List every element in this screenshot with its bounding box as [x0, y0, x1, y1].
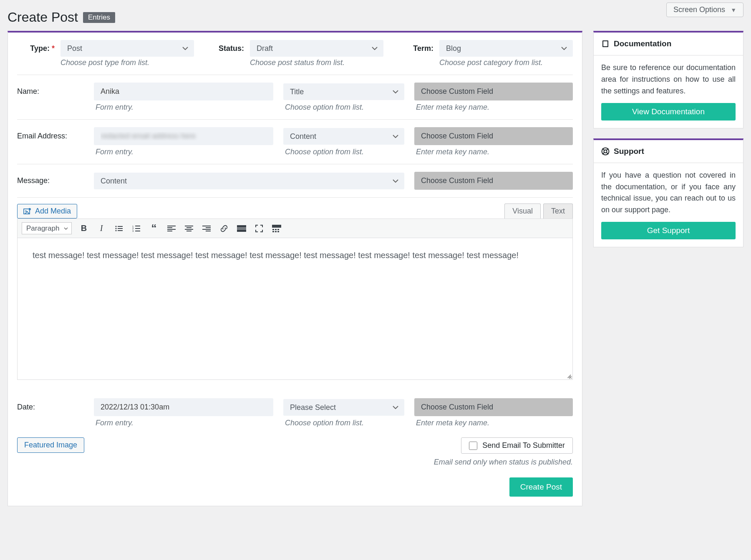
documentation-panel: Documentation Be sure to reference our d…	[593, 31, 743, 128]
chevron-down-icon: ▼	[731, 7, 736, 13]
entries-badge[interactable]: Entries	[83, 12, 115, 23]
email-hint: Email send only when status is published…	[434, 458, 573, 467]
editor-content[interactable]: test message! test message! test message…	[17, 238, 573, 380]
message-option-select[interactable]: Content	[94, 173, 404, 189]
svg-rect-33	[272, 231, 274, 232]
svg-rect-29	[272, 225, 281, 228]
status-select[interactable]: Draft	[250, 40, 383, 57]
message-custom-field[interactable]	[414, 172, 573, 190]
create-post-button[interactable]: Create Post	[509, 477, 573, 497]
status-label: Status:	[207, 44, 244, 53]
bold-icon[interactable]: B	[78, 223, 89, 234]
date-label: Date:	[17, 403, 84, 412]
paragraph-select[interactable]: Paragraph	[22, 222, 72, 234]
lifebuoy-icon	[601, 147, 610, 156]
email-custom-field[interactable]	[414, 127, 573, 145]
email-input[interactable]	[94, 127, 273, 145]
svg-rect-14	[167, 226, 176, 226]
svg-point-4	[115, 228, 116, 229]
numbered-list-icon[interactable]: 123	[131, 223, 142, 234]
send-email-input[interactable]	[469, 442, 477, 450]
svg-rect-24	[202, 229, 211, 230]
media-icon	[23, 208, 32, 215]
svg-rect-21	[186, 231, 192, 231]
add-media-button[interactable]: Add Media	[17, 204, 77, 218]
editor-toolbar: Paragraph B I 123 “	[17, 218, 573, 238]
svg-rect-27	[237, 228, 246, 229]
page-title: Create Post	[8, 10, 78, 25]
align-right-icon[interactable]	[201, 223, 212, 234]
screen-options-label: Screen Options	[673, 5, 725, 14]
date-option-select[interactable]: Please Select	[283, 399, 404, 416]
link-icon[interactable]	[219, 223, 229, 234]
svg-rect-15	[167, 227, 172, 228]
book-icon	[601, 40, 610, 48]
svg-rect-5	[118, 228, 123, 229]
readmore-icon[interactable]	[236, 223, 247, 234]
date-custom-field[interactable]	[414, 398, 573, 416]
bullet-list-icon[interactable]	[113, 223, 124, 234]
get-support-button[interactable]: Get Support	[601, 222, 736, 239]
svg-rect-20	[185, 229, 193, 230]
term-hint: Choose post category from list.	[396, 58, 573, 67]
svg-rect-30	[272, 229, 274, 230]
fullscreen-icon[interactable]	[254, 223, 265, 234]
term-label: Term:	[396, 44, 433, 53]
email-label: Email Address:	[17, 132, 84, 141]
view-documentation-button[interactable]: View Documentation	[601, 103, 736, 121]
name-input[interactable]	[94, 83, 273, 100]
svg-point-1	[25, 210, 26, 211]
quote-icon[interactable]: “	[149, 223, 159, 234]
svg-rect-34	[275, 231, 277, 232]
date-hint-3: Enter meta key name.	[414, 419, 573, 427]
svg-rect-3	[118, 226, 123, 227]
send-email-checkbox[interactable]: Send Email To Submitter	[461, 437, 573, 454]
message-label: Message:	[17, 176, 84, 185]
svg-rect-37	[603, 41, 607, 46]
svg-rect-9	[135, 226, 140, 226]
featured-image-button[interactable]: Featured Image	[17, 437, 84, 453]
name-hint-3: Enter meta key name.	[414, 103, 573, 112]
documentation-text: Be sure to reference our documentation a…	[601, 62, 736, 97]
email-option-select[interactable]: Content	[283, 128, 404, 145]
align-left-icon[interactable]	[166, 223, 177, 234]
type-hint: Choose post type from list.	[17, 58, 194, 67]
tab-text[interactable]: Text	[543, 203, 573, 218]
italic-icon[interactable]: I	[96, 223, 107, 234]
toolbar-toggle-icon[interactable]	[271, 223, 282, 234]
type-select[interactable]: Post	[60, 40, 194, 57]
email-hint-2: Choose option from list.	[283, 148, 404, 156]
resize-handle-icon[interactable]: ◢	[567, 373, 571, 379]
svg-rect-23	[206, 227, 211, 228]
svg-rect-17	[167, 231, 172, 231]
name-hint-2: Choose option from list.	[283, 103, 404, 112]
name-hint-1: Form entry.	[94, 103, 273, 112]
svg-rect-26	[237, 225, 246, 228]
svg-point-39	[604, 150, 607, 153]
svg-rect-22	[202, 226, 211, 226]
term-select[interactable]: Blog	[439, 40, 573, 57]
svg-rect-19	[186, 227, 192, 228]
svg-point-6	[115, 230, 116, 231]
svg-rect-16	[167, 229, 176, 230]
name-label: Name:	[17, 87, 84, 96]
status-hint: Choose post status from list.	[207, 58, 383, 67]
date-hint-1: Form entry.	[94, 419, 273, 427]
svg-rect-28	[237, 229, 246, 232]
svg-rect-25	[206, 231, 211, 231]
main-panel: Type: * Post Status: Draft Term: Blog Ch…	[8, 31, 582, 506]
support-text: If you have a question not covered in th…	[601, 170, 736, 216]
name-custom-field[interactable]	[414, 83, 573, 100]
name-option-select[interactable]: Title	[283, 83, 404, 100]
svg-text:3: 3	[132, 230, 134, 232]
tab-visual[interactable]: Visual	[504, 203, 541, 218]
email-hint-3: Enter meta key name.	[414, 148, 573, 156]
align-center-icon[interactable]	[184, 223, 194, 234]
screen-options-button[interactable]: Screen Options ▼	[666, 3, 743, 17]
date-input[interactable]	[94, 398, 273, 416]
svg-rect-13	[135, 231, 140, 231]
date-hint-2: Choose option from list.	[283, 419, 404, 427]
svg-rect-31	[275, 229, 277, 230]
type-label: Type: *	[17, 44, 55, 53]
svg-rect-11	[135, 228, 140, 229]
